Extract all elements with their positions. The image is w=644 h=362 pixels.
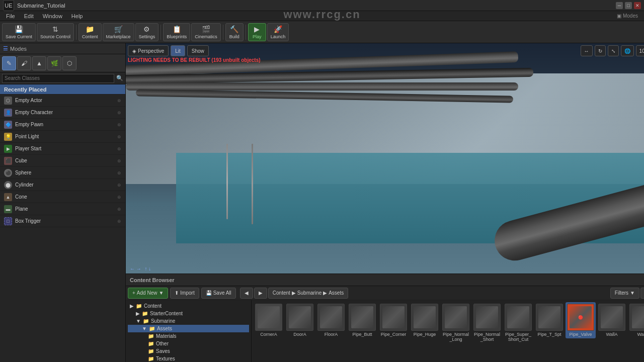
window-controls[interactable]: ─ □ ✕ (616, 2, 641, 9)
marketplace-button[interactable]: 🛒 Marketplace (103, 23, 134, 41)
folder-panel: ▶ 📁 Content ▶ 📁 StarterContent ▼ 📁 Subma… (126, 300, 252, 362)
search-classes-input[interactable] (2, 74, 114, 83)
folder-saves-label: Saves (156, 348, 170, 354)
asset-item-floora[interactable]: FloorA (316, 302, 346, 338)
maximize-btn[interactable]: □ (625, 2, 632, 9)
content-button[interactable]: 📁 Content (78, 23, 102, 41)
source-control-button[interactable]: ⇅ Source Control (37, 23, 74, 41)
viewport[interactable]: ◈ Perspective Lit Show ↔ ↻ ⤡ 🌐 10 (126, 43, 644, 274)
empty-pawn-add[interactable]: ⊕ (117, 122, 121, 127)
foliage-mode-btn[interactable]: 🌿 (47, 56, 61, 70)
cube-icon: ⬛ (4, 157, 12, 165)
folder-other[interactable]: 📁 Other (128, 340, 249, 347)
folder-textures[interactable]: 📁 Textures (128, 355, 249, 362)
paint-mode-btn[interactable]: 🖌 (17, 56, 31, 70)
folder-starter[interactable]: ▶ 📁 StarterContent (128, 310, 249, 317)
class-item-plane[interactable]: ▬ Plane ⊕ (0, 203, 125, 215)
import-label: Import (180, 290, 194, 296)
point-light-add[interactable]: ⊕ (117, 134, 121, 139)
menu-edit[interactable]: Edit (20, 12, 38, 20)
cinematics-button[interactable]: 🎬 Cinematics (191, 23, 221, 41)
import-button[interactable]: ⬆ Import (170, 288, 199, 299)
asset-item-walla[interactable]: WallA (597, 302, 627, 338)
cb-back-btn[interactable]: ◀ (240, 288, 253, 299)
pipe-ceiling-3 (126, 82, 518, 90)
save-all-label: Save All (213, 290, 231, 296)
asset-item-wallb[interactable]: WallB (628, 302, 644, 338)
asset-item-pipe-t-spt[interactable]: Pipe_T_Spt (534, 302, 565, 338)
class-item-empty-actor[interactable]: ⬡ Empty Actor ⊕ (0, 95, 125, 107)
play-button[interactable]: ▶ Play (248, 23, 266, 41)
asset-item-pipe-normal-short[interactable]: Pipe_Normal_Short (472, 302, 502, 343)
add-new-button[interactable]: + Add New ▼ (128, 288, 168, 299)
asset-item-pipe-huge[interactable]: Pipe_Huge (410, 302, 440, 338)
cone-add[interactable]: ⊕ (117, 195, 121, 200)
cylinder-add[interactable]: ⊕ (117, 183, 121, 188)
save-all-button[interactable]: 💾 Save All (201, 288, 236, 299)
launch-button[interactable]: 🚀 Launch (267, 23, 289, 41)
lit-btn[interactable]: Lit (171, 45, 185, 56)
place-mode-btn[interactable]: ✎ (2, 56, 16, 70)
search-assets-input[interactable] (640, 288, 644, 299)
settings-button[interactable]: ⚙ Settings (135, 23, 159, 41)
empty-char-add[interactable]: ⊕ (117, 110, 121, 115)
perspective-btn[interactable]: ◈ Perspective (128, 45, 169, 56)
asset-item-pipe-corner[interactable]: Pipe_Corner (378, 302, 409, 338)
folder-assets-arrow: ▼ (142, 326, 147, 331)
menu-window[interactable]: Window (39, 12, 66, 20)
filters-btn[interactable]: Filters ▼ (610, 288, 639, 299)
minimize-btn[interactable]: ─ (616, 2, 623, 9)
folder-saves[interactable]: 📁 Saves (128, 347, 249, 355)
box-trigger-icon: □ (4, 217, 12, 225)
class-item-point-light[interactable]: 💡 Point Light ⊕ (0, 131, 125, 143)
asset-item-pipe-normal-long[interactable]: Pipe_Normal_Long (441, 302, 471, 343)
save-all-icon: 💾 (206, 290, 212, 296)
menu-file[interactable]: File (2, 12, 19, 20)
menu-help[interactable]: Help (67, 12, 87, 20)
folder-submarine-arrow: ▼ (136, 318, 141, 324)
cb-forward-btn[interactable]: ▶ (254, 288, 267, 299)
box-trigger-add[interactable]: ⊕ (117, 219, 121, 224)
class-item-empty-pawn[interactable]: 🔷 Empty Pawn ⊕ (0, 119, 125, 131)
vp-world-btn[interactable]: 🌐 (621, 45, 634, 56)
geometry-mode-btn[interactable]: ⬡ (62, 56, 76, 70)
asset-thumb (349, 304, 376, 331)
path-assets: Assets (329, 290, 344, 296)
class-item-player-start[interactable]: ▶ Player Start ⊕ (0, 143, 125, 155)
empty-actor-add[interactable]: ⊕ (117, 98, 121, 103)
category-recently-placed[interactable]: Recently Placed (0, 84, 125, 95)
cube-add[interactable]: ⊕ (117, 158, 121, 163)
class-item-empty-character[interactable]: 👤 Empty Character ⊕ (0, 107, 125, 119)
folder-assets[interactable]: ▼ 📁 Assets (128, 325, 249, 332)
asset-item-doora[interactable]: DoorA (285, 302, 315, 338)
player-start-add[interactable]: ⊕ (117, 146, 121, 151)
lighting-warning: LIGHTING NEEDS TO BE REBUILT (193 unbuil… (128, 57, 261, 63)
close-btn[interactable]: ✕ (634, 2, 641, 9)
asset-item-pipe-super-short-cut[interactable]: Pipe_Super_Short_Cut (503, 302, 533, 343)
add-new-arrow: ▼ (158, 290, 164, 296)
class-item-box-trigger[interactable]: □ Box Trigger ⊕ (0, 215, 125, 227)
plane-add[interactable]: ⊕ (117, 207, 121, 212)
folder-submarine[interactable]: ▼ 📁 Submarine (128, 317, 249, 325)
show-btn[interactable]: Show (187, 45, 209, 56)
cb-content-path[interactable]: Content ▶ Submarine ▶ Assets (268, 288, 348, 299)
folder-content[interactable]: ▶ 📁 Content (128, 302, 249, 310)
asset-item-cornera[interactable]: CornerA (254, 302, 284, 338)
asset-item-pipe-butt[interactable]: Pipe_Butt (347, 302, 377, 338)
folder-materials[interactable]: 📁 Materials (128, 332, 249, 340)
blueprints-button[interactable]: 📋 Blueprints (163, 23, 190, 41)
class-item-cube[interactable]: ⬛ Cube ⊕ (0, 155, 125, 167)
class-item-sphere[interactable]: ⚫ Sphere ⊕ (0, 167, 125, 179)
build-button[interactable]: 🔨 Build (225, 23, 244, 41)
perspective-label: Perspective (138, 48, 164, 54)
landscape-mode-btn[interactable]: ▲ (32, 56, 46, 70)
vp-scale-btn[interactable]: ⤡ (608, 45, 619, 56)
class-item-cone[interactable]: ▲ Cone ⊕ (0, 191, 125, 203)
vp-rotate-btn[interactable]: ↻ (595, 45, 606, 56)
asset-item-pipe-valve[interactable]: 🔴 Pipe_Valve (566, 302, 596, 338)
vp-grid-btn[interactable]: 10 (636, 45, 644, 56)
save-current-button[interactable]: 💾 Save Current (2, 23, 36, 41)
vp-translate-btn[interactable]: ↔ (581, 45, 593, 56)
sphere-add[interactable]: ⊕ (117, 170, 121, 175)
class-item-cylinder[interactable]: ⬤ Cylinder ⊕ (0, 179, 125, 191)
